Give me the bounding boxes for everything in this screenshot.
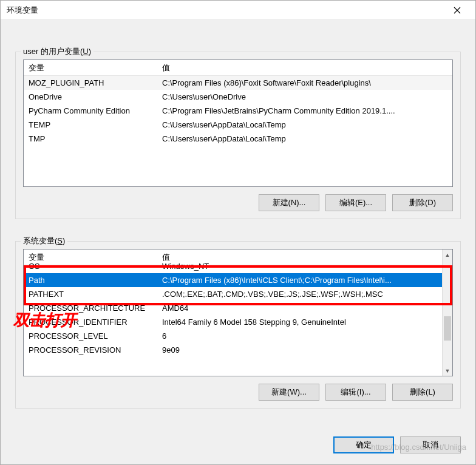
table-row[interactable]: OSWindows_NT bbox=[24, 259, 452, 273]
val-cell: C:\Users\user\AppData\Local\Temp bbox=[157, 119, 452, 131]
var-cell: OS bbox=[24, 260, 157, 272]
table-row[interactable]: PROCESSOR_LEVEL6 bbox=[24, 329, 452, 343]
val-cell: .COM;.EXE;.BAT;.CMD;.VBS;.VBE;.JS;.JSE;.… bbox=[157, 288, 452, 300]
val-cell: AMD64 bbox=[157, 302, 452, 314]
val-cell: C:\Users\user\AppData\Local\Temp bbox=[157, 133, 452, 144]
user-variables-group: user 的用户变量(U) 变量 值 MOZ_PLUGIN_PATHC:\Pro… bbox=[15, 52, 461, 219]
col-variable[interactable]: 变量 bbox=[24, 60, 157, 76]
var-cell: PROCESSOR_IDENTIFIER bbox=[24, 316, 157, 328]
user-new-button[interactable]: 新建(N)... bbox=[259, 194, 319, 211]
val-cell: Windows_NT bbox=[157, 260, 452, 272]
dialog-buttons: 确定 取消 bbox=[1, 428, 475, 464]
user-variables-list[interactable]: 变量 值 MOZ_PLUGIN_PATHC:\Program Files (x8… bbox=[23, 59, 453, 187]
close-icon bbox=[454, 7, 461, 14]
val-cell: C:\Program Files\JetBrains\PyCharm Commu… bbox=[157, 105, 452, 117]
user-edit-button[interactable]: 编辑(E)... bbox=[325, 194, 386, 211]
titlebar: 环境变量 bbox=[1, 1, 475, 20]
val-cell: 6 bbox=[157, 330, 452, 342]
var-cell: PROCESSOR_LEVEL bbox=[24, 330, 157, 342]
var-cell: PyCharm Community Edition bbox=[24, 105, 157, 117]
environment-variables-dialog: 环境变量 user 的用户变量(U) 变量 值 MOZ_PLUGIN_PATHC… bbox=[0, 0, 476, 465]
table-row[interactable]: PROCESSOR_REVISION9e09 bbox=[24, 343, 452, 357]
table-row[interactable]: PathC:\Program Files (x86)\Intel\iCLS Cl… bbox=[24, 273, 452, 287]
close-button[interactable] bbox=[445, 1, 469, 19]
table-row[interactable]: TEMPC:\Users\user\AppData\Local\Temp bbox=[24, 118, 452, 132]
scrollbar[interactable]: ▲ ▼ bbox=[442, 249, 452, 376]
system-variables-group: 系统变量(S) 变量 值 OSWindows_NTPathC:\Program … bbox=[15, 241, 461, 409]
system-buttons: 新建(W)... 编辑(I)... 删除(L) bbox=[23, 384, 453, 401]
val-cell: 9e09 bbox=[157, 344, 452, 356]
val-cell: C:\Program Files (x86)\Foxit Software\Fo… bbox=[157, 77, 452, 89]
var-cell: TMP bbox=[24, 133, 157, 144]
table-row[interactable]: PyCharm Community EditionC:\Program File… bbox=[24, 104, 452, 118]
scroll-up-icon[interactable]: ▲ bbox=[443, 249, 452, 260]
scroll-down-icon[interactable]: ▼ bbox=[443, 365, 452, 376]
table-row[interactable]: PROCESSOR_IDENTIFIERIntel64 Family 6 Mod… bbox=[24, 315, 452, 329]
var-cell: OneDrive bbox=[24, 91, 157, 103]
table-row[interactable]: OneDriveC:\Users\user\OneDrive bbox=[24, 90, 452, 104]
table-row[interactable]: TMPC:\Users\user\AppData\Local\Temp bbox=[24, 132, 452, 146]
user-buttons: 新建(N)... 编辑(E)... 删除(D) bbox=[23, 194, 453, 211]
var-cell: Path bbox=[24, 274, 157, 286]
list-header: 变量 值 bbox=[24, 60, 452, 76]
system-variables-list[interactable]: 变量 值 OSWindows_NTPathC:\Program Files (x… bbox=[23, 249, 453, 376]
var-cell: PROCESSOR_ARCHITECTURE bbox=[24, 302, 157, 314]
val-cell: C:\Program Files (x86)\Intel\iCLS Client… bbox=[157, 274, 452, 286]
table-row[interactable]: PROCESSOR_ARCHITECTUREAMD64 bbox=[24, 301, 452, 315]
val-cell: C:\Users\user\OneDrive bbox=[157, 91, 452, 103]
table-row[interactable]: PATHEXT.COM;.EXE;.BAT;.CMD;.VBS;.VBE;.JS… bbox=[24, 287, 452, 301]
scroll-thumb[interactable] bbox=[444, 316, 451, 341]
var-cell: PATHEXT bbox=[24, 288, 157, 300]
cancel-button[interactable]: 取消 bbox=[400, 436, 461, 453]
system-delete-button[interactable]: 删除(L) bbox=[392, 384, 453, 401]
var-cell: PROCESSOR_REVISION bbox=[24, 344, 157, 356]
val-cell: Intel64 Family 6 Model 158 Stepping 9, G… bbox=[157, 316, 452, 328]
ok-button[interactable]: 确定 bbox=[333, 436, 394, 453]
system-edit-button[interactable]: 编辑(I)... bbox=[325, 384, 386, 401]
col-value[interactable]: 值 bbox=[157, 60, 452, 76]
var-cell: MOZ_PLUGIN_PATH bbox=[24, 77, 157, 89]
dialog-content: user 的用户变量(U) 变量 值 MOZ_PLUGIN_PATHC:\Pro… bbox=[1, 20, 475, 428]
system-group-label: 系统变量(S) bbox=[21, 236, 67, 246]
user-delete-button[interactable]: 删除(D) bbox=[392, 194, 453, 211]
system-new-button[interactable]: 新建(W)... bbox=[259, 384, 319, 401]
var-cell: TEMP bbox=[24, 119, 157, 131]
window-title: 环境变量 bbox=[7, 5, 445, 16]
table-row[interactable]: MOZ_PLUGIN_PATHC:\Program Files (x86)\Fo… bbox=[24, 76, 452, 90]
user-group-label: user 的用户变量(U) bbox=[21, 46, 93, 57]
